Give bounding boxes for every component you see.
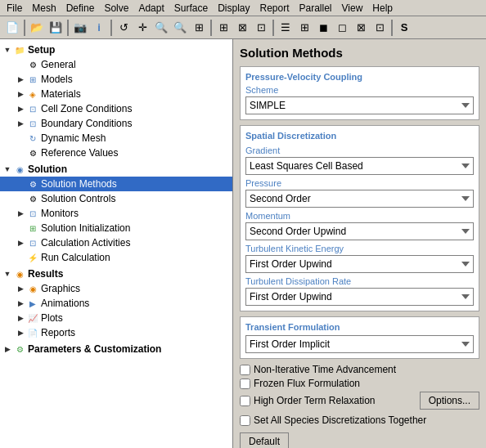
toolbar-refresh[interactable]: ↺ — [115, 19, 133, 37]
menu-define[interactable]: Define — [61, 1, 100, 16]
toolbar-info[interactable]: i — [90, 19, 108, 37]
transient-dropdown[interactable]: First Order Implicit — [245, 335, 474, 353]
tree-item-reference[interactable]: ⚙ Reference Values — [0, 146, 232, 160]
gradient-row: Gradient Least Squares Cell Based — [245, 146, 474, 175]
tree-label-parameters: Parameters & Customization — [28, 343, 161, 355]
menu-solve[interactable]: Solve — [99, 1, 133, 16]
tree-label-general: General — [41, 59, 76, 70]
tree-item-general[interactable]: ⚙ General — [0, 57, 232, 72]
tree-item-solution-controls[interactable]: ⚙ Solution Controls — [0, 191, 232, 206]
tree-label-plots: Plots — [41, 312, 63, 324]
scheme-label: Scheme — [245, 85, 474, 95]
toolbar-open[interactable]: 📂 — [28, 19, 46, 37]
high-order-checkbox[interactable] — [240, 396, 250, 406]
pv-coupling-section: Pressure-Velocity Coupling Scheme SIMPLE — [240, 66, 479, 120]
tree-label-reference: Reference Values — [41, 147, 119, 159]
set-all-checkbox[interactable] — [240, 415, 250, 426]
menu-surface[interactable]: Surface — [169, 1, 213, 16]
momentum-dropdown[interactable]: Second Order Upwind — [245, 222, 474, 240]
transient-section: Transient Formulation First Order Implic… — [240, 316, 479, 359]
toolbar-new[interactable]: 📄 — [3, 19, 21, 37]
tree-item-boundary[interactable]: ▶ ⊡ Boundary Conditions — [0, 116, 232, 131]
tree-item-models[interactable]: ▶ ⊞ Models — [0, 72, 232, 87]
toolbar-extra2[interactable]: ⊞ — [295, 19, 313, 37]
tree-label-animations: Animations — [41, 298, 89, 309]
tree-item-calc-activities[interactable]: ▶ ⊡ Calculation Activities — [0, 235, 232, 250]
tree-label-setup: Setup — [28, 44, 55, 56]
menu-file[interactable]: File — [2, 1, 27, 16]
toolbar-s[interactable]: S — [395, 19, 413, 37]
pv-coupling-label: Pressure-Velocity Coupling — [245, 72, 474, 82]
toolbar-zoom-fit[interactable]: ⊞ — [190, 19, 208, 37]
tdr-label: Turbulent Dissipation Rate — [245, 276, 474, 286]
tree-label-solution-methods: Solution Methods — [41, 178, 117, 190]
tree-label-models: Models — [41, 74, 73, 85]
non-iterative-row: Non-Iterative Time Advancement — [240, 364, 479, 375]
tdr-row: Turbulent Dissipation Rate First Order U… — [245, 276, 474, 306]
pressure-dropdown[interactable]: Second Order — [245, 190, 474, 208]
menu-help[interactable]: Help — [367, 1, 398, 16]
tree-item-dynamic-mesh[interactable]: ↻ Dynamic Mesh — [0, 131, 232, 146]
right-panel: Solution Methods Pressure-Velocity Coupl… — [233, 39, 486, 448]
high-order-label: High Order Term Relaxation — [254, 395, 376, 406]
tree-label-run-calc: Run Calculation — [41, 252, 110, 263]
tree-item-plots[interactable]: ▶ 📈 Plots — [0, 311, 232, 325]
transient-label: Transient Formulation — [245, 322, 474, 332]
scheme-dropdown[interactable]: SIMPLE — [245, 96, 474, 114]
tke-row: Turbulent Kinetic Energy First Order Upw… — [245, 244, 474, 273]
tree-label-dynamic-mesh: Dynamic Mesh — [41, 132, 106, 144]
menu-report[interactable]: Report — [254, 1, 294, 16]
menu-parallel[interactable]: Parallel — [295, 1, 337, 16]
toolbar-move[interactable]: ✛ — [133, 19, 151, 37]
pressure-label: Pressure — [245, 178, 474, 188]
tree-item-graphics[interactable]: ▶ ◉ Graphics — [0, 281, 232, 296]
tree-item-materials[interactable]: ▶ ◈ Materials — [0, 87, 232, 101]
tree-item-results[interactable]: ▼ ◉ Results — [0, 267, 232, 281]
options-button[interactable]: Options... — [420, 392, 479, 410]
toolbar-camera[interactable]: 📷 — [71, 19, 89, 37]
tdr-dropdown[interactable]: First Order Upwind — [245, 288, 474, 306]
tree-item-solution[interactable]: ▼ ◉ Solution — [0, 162, 232, 177]
default-button[interactable]: Default — [240, 432, 289, 448]
tree-panel: ▼ 📁 Setup ⚙ General ▶ ⊞ Models ▶ ◈ Mater… — [0, 39, 233, 448]
toolbar-save[interactable]: 💾 — [47, 19, 65, 37]
tree-item-cell-zone[interactable]: ▶ ⊡ Cell Zone Conditions — [0, 101, 232, 116]
momentum-row: Momentum Second Order Upwind — [245, 211, 474, 240]
tree-item-run-calc[interactable]: ⚡ Run Calculation — [0, 250, 232, 265]
tree-item-setup[interactable]: ▼ 📁 Setup — [0, 43, 232, 57]
non-iterative-label: Non-Iterative Time Advancement — [254, 364, 396, 375]
tree-label-reports: Reports — [41, 327, 75, 338]
menubar: File Mesh Define Solve Adapt Surface Dis… — [0, 0, 486, 16]
menu-mesh[interactable]: Mesh — [27, 1, 61, 16]
tree-item-monitors[interactable]: ▶ ⊡ Monitors — [0, 206, 232, 221]
toolbar-select[interactable]: ⊞ — [214, 19, 232, 37]
menu-display[interactable]: Display — [213, 1, 254, 16]
toolbar-zoom-out[interactable]: 🔍 — [171, 19, 189, 37]
toolbar-extra4[interactable]: ◻ — [333, 19, 351, 37]
high-order-row: High Order Term Relaxation Options... — [240, 392, 479, 410]
panel-title: Solution Methods — [240, 46, 479, 60]
tree-label-boundary: Boundary Conditions — [41, 118, 132, 129]
tree-item-solution-init[interactable]: ⊞ Solution Initialization — [0, 221, 232, 235]
spatial-label: Spatial Discretization — [245, 131, 474, 141]
toolbar-zoom-in[interactable]: 🔍 — [152, 19, 170, 37]
toolbar: 📄 📂 💾 📷 i ↺ ✛ 🔍 🔍 ⊞ ⊞ ⊠ ⊡ ☰ ⊞ ◼ ◻ ⊠ ⊡ S — [0, 16, 486, 39]
toolbar-extra3[interactable]: ◼ — [314, 19, 332, 37]
non-iterative-checkbox[interactable] — [240, 365, 250, 375]
frozen-flux-checkbox[interactable] — [240, 379, 250, 389]
tree-item-parameters[interactable]: ▶ ⚙ Parameters & Customization — [0, 342, 232, 356]
tke-dropdown[interactable]: First Order Upwind — [245, 255, 474, 273]
menu-adapt[interactable]: Adapt — [133, 1, 169, 16]
tree-item-reports[interactable]: ▶ 📄 Reports — [0, 325, 232, 340]
gradient-dropdown[interactable]: Least Squares Cell Based — [245, 157, 474, 175]
toolbar-extra5[interactable]: ⊠ — [352, 19, 370, 37]
toolbar-extra6[interactable]: ⊡ — [371, 19, 389, 37]
tree-item-animations[interactable]: ▶ ▶ Animations — [0, 296, 232, 311]
tree-item-solution-methods[interactable]: ⚙ Solution Methods — [0, 177, 232, 191]
tree-label-solution-init: Solution Initialization — [41, 222, 130, 234]
pressure-row: Pressure Second Order — [245, 178, 474, 208]
toolbar-extra1[interactable]: ☰ — [277, 19, 295, 37]
toolbar-view3d[interactable]: ⊡ — [252, 19, 270, 37]
menu-view[interactable]: View — [337, 1, 368, 16]
toolbar-select2[interactable]: ⊠ — [233, 19, 251, 37]
